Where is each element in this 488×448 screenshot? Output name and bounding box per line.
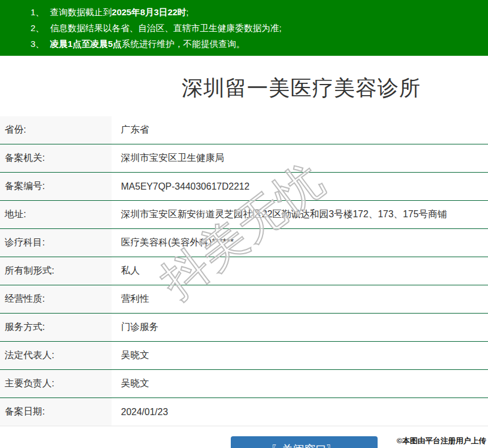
record-table: 省份: 广东省 备案机关: 深圳市宝安区卫生健康局 备案编号: MA5EY7QP…	[0, 116, 488, 426]
table-row-main-person-in-charge: 主要负责人: 吴晓文	[0, 370, 488, 398]
title-container: 深圳留一美医疗美容诊所	[115, 74, 488, 103]
row-value: MA5EY7QP-344030617D2212	[112, 173, 488, 200]
row-label: 主要负责人:	[0, 370, 112, 398]
row-value: 2024/01/23	[112, 398, 488, 426]
notice-number: 3、	[31, 39, 44, 49]
notice-text-bold: 2025年8月3日22时	[112, 7, 186, 17]
notice-number: 2、	[31, 23, 44, 33]
table-row-service-mode: 服务方式: 门诊服务	[0, 314, 488, 342]
table-row-filing-authority: 备案机关: 深圳市宝安区卫生健康局	[0, 144, 488, 173]
row-label: 省份:	[0, 116, 112, 144]
table-row-filing-date: 备案日期: 2024/01/23	[0, 398, 488, 426]
row-value: 私人	[112, 257, 488, 285]
row-label: 备案编号:	[0, 173, 112, 200]
notice-line-1: 1、查询数据截止到2025年8月3日22时;	[31, 4, 488, 20]
row-value: 吴晓文	[112, 342, 488, 369]
row-value: 吴晓文	[112, 370, 488, 398]
row-label: 备案机关:	[0, 144, 112, 172]
table-row-business-nature: 经营性质: 营利性	[0, 285, 488, 314]
row-value: 深圳市宝安区卫生健康局	[112, 144, 488, 172]
row-label: 备案日期:	[0, 398, 112, 426]
row-value: 深圳市宝安区新安街道灵芝园社区22区勤诚达和园3号楼172、173、175号商铺	[112, 201, 488, 228]
row-label: 法定代表人:	[0, 342, 112, 369]
table-row-filing-number: 备案编号: MA5EY7QP-344030617D2212	[0, 173, 488, 201]
notice-banner: 1、查询数据截止到2025年8月3日22时; 2、信息数据结果以各省、自治区、直…	[0, 0, 488, 56]
row-label: 经营性质:	[0, 285, 112, 313]
page-title: 深圳留一美医疗美容诊所	[115, 74, 488, 103]
notice-line-2: 2、信息数据结果以各省、自治区、直辖市卫生健康委数据为准;	[31, 20, 488, 36]
row-label: 所有制形式:	[0, 257, 112, 285]
row-label: 诊疗科目:	[0, 229, 112, 257]
notice-text: ;	[186, 7, 189, 17]
notice-number: 1、	[31, 7, 44, 17]
notice-text-bold: 凌晨1点至凌晨5点	[50, 39, 122, 49]
table-row-ownership-form: 所有制形式: 私人	[0, 257, 488, 285]
table-row-address: 地址: 深圳市宝安区新安街道灵芝园社区22区勤诚达和园3号楼172、173、17…	[0, 201, 488, 229]
notice-text: 查询数据截止到	[50, 7, 112, 17]
uploader-watermark: ©本图由平台注册用户上传	[396, 436, 486, 446]
table-row-legal-representative: 法定代表人: 吴晓文	[0, 342, 488, 370]
table-row-treatment-subjects: 诊疗科目: 医疗美容科(美容外科)******	[0, 229, 488, 257]
row-label: 服务方式:	[0, 314, 112, 341]
row-value: 广东省	[112, 116, 488, 144]
notice-text: 系统进行维护，不能提供查询。	[122, 39, 245, 49]
notice-line-3: 3、凌晨1点至凌晨5点系统进行维护，不能提供查询。	[31, 36, 488, 52]
row-value: 门诊服务	[112, 314, 488, 341]
notice-text: 信息数据结果以各省、自治区、直辖市卫生健康委数据为准;	[50, 23, 281, 33]
table-row-province: 省份: 广东省	[0, 116, 488, 144]
row-label: 地址:	[0, 201, 112, 228]
row-value: 营利性	[112, 285, 488, 313]
close-window-button[interactable]: 〖关闭窗口〗	[231, 436, 378, 448]
row-value: 医疗美容科(美容外科)******	[112, 229, 488, 257]
